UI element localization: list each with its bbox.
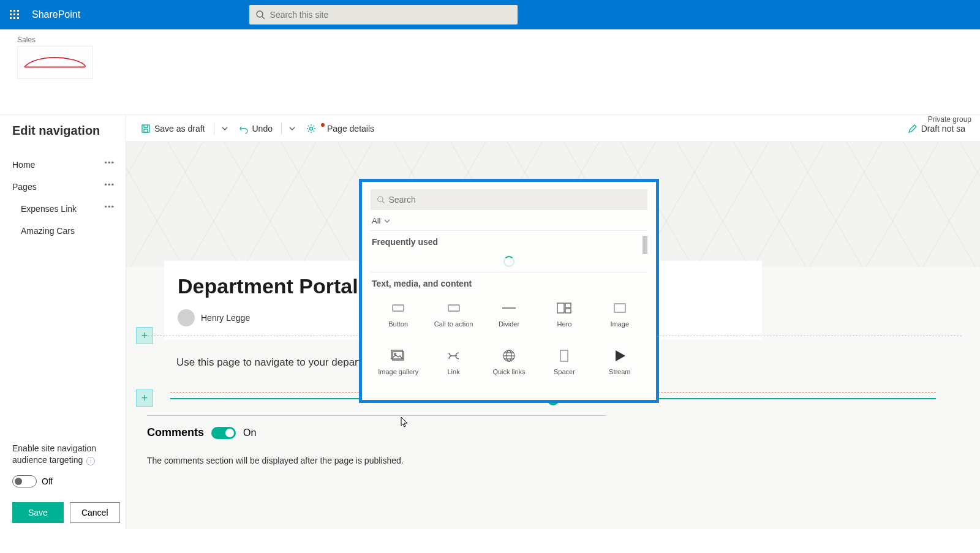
divider-icon (501, 303, 517, 313)
picker-item-divider[interactable]: Divider (481, 298, 537, 346)
edit-nav-heading: Edit navigation (12, 124, 126, 138)
nav-item-home[interactable]: Home••• (12, 154, 126, 176)
cta-icon (448, 303, 460, 313)
nav-item-pages[interactable]: Pages••• (12, 176, 126, 198)
more-icon[interactable]: ••• (104, 180, 115, 189)
chevron-down-icon (222, 126, 228, 132)
picker-item-quick-links[interactable]: Quick links (481, 346, 537, 394)
webpart-picker: All Frequently used Text, media, and con… (359, 179, 659, 403)
svg-rect-7 (13, 17, 15, 19)
spacer-icon (560, 350, 568, 362)
svg-line-10 (262, 17, 265, 19)
svg-rect-8 (17, 17, 19, 19)
chevron-down-icon (289, 126, 295, 132)
info-icon[interactable]: i (86, 457, 95, 465)
gallery-icon (391, 350, 405, 362)
svg-rect-22 (614, 304, 625, 312)
undo-dropdown[interactable] (285, 121, 299, 137)
car-logo-icon (21, 53, 89, 72)
page-canvas: Department Portals Henry Legge + Use thi… (126, 142, 980, 529)
avatar (178, 309, 195, 326)
svg-rect-12 (144, 129, 148, 132)
product-name: SharePoint (32, 9, 80, 20)
more-icon[interactable]: ••• (104, 202, 115, 211)
svg-rect-20 (565, 303, 571, 307)
picker-filter[interactable]: All (371, 210, 647, 230)
divider (214, 122, 214, 135)
svg-rect-19 (557, 303, 564, 313)
picker-item-call-to-action[interactable]: Call to action (426, 298, 481, 346)
svg-rect-3 (10, 13, 12, 15)
svg-rect-17 (448, 305, 459, 311)
suite-search[interactable] (249, 5, 518, 24)
comments-heading: Comments (147, 426, 204, 439)
cancel-button[interactable]: Cancel (70, 502, 120, 523)
picker-item-stream[interactable]: Stream (592, 346, 647, 394)
undo-button[interactable]: Undo (234, 121, 277, 136)
picker-item-link[interactable]: Link (426, 346, 481, 394)
site-header: Sales Private group (0, 29, 980, 79)
picker-search-input[interactable] (388, 195, 641, 205)
button-icon (392, 303, 404, 313)
picker-item-image-gallery[interactable]: Image gallery (371, 346, 426, 394)
svg-rect-1 (13, 10, 15, 12)
site-logo[interactable] (17, 46, 93, 79)
draft-status[interactable]: Draft not sa (903, 121, 970, 136)
more-icon[interactable]: ••• (104, 158, 115, 167)
page-author: Henry Legge (178, 309, 370, 326)
save-icon (141, 124, 151, 134)
save-as-draft-button[interactable]: Save as draft (136, 121, 210, 136)
svg-point-25 (394, 353, 396, 355)
nav-item-expenses-link[interactable]: Expenses Link••• (12, 198, 126, 220)
svg-point-9 (257, 11, 263, 17)
image-icon (614, 303, 626, 313)
link-icon (447, 352, 461, 360)
gear-icon (306, 124, 316, 134)
suite-nav: SharePoint (0, 0, 980, 29)
svg-rect-11 (142, 125, 149, 132)
svg-rect-2 (17, 10, 19, 12)
svg-rect-0 (10, 10, 12, 12)
hero-icon (557, 303, 571, 314)
stream-icon (613, 349, 627, 363)
svg-point-13 (309, 127, 312, 130)
spinner-icon (503, 256, 514, 267)
toggle-pill-off (12, 475, 37, 487)
picker-item-image[interactable]: Image (592, 298, 647, 346)
divider (281, 122, 282, 135)
nav-item-amazing-cars[interactable]: Amazing Cars (12, 220, 126, 242)
svg-rect-5 (17, 13, 19, 15)
picker-item-spacer[interactable]: Spacer (537, 346, 592, 394)
site-label: Sales (17, 36, 963, 44)
comments-note: The comments section will be displayed a… (147, 456, 404, 465)
svg-rect-4 (13, 13, 15, 15)
pencil-icon (908, 124, 918, 134)
audience-targeting-label: Enable site navigation audience targetin… (12, 443, 126, 467)
edit-navigation-panel: Edit navigation Home••• Pages••• Expense… (0, 115, 126, 529)
picker-item-button[interactable]: Button (371, 298, 426, 346)
picker-section-frequent: Frequently used (371, 230, 647, 250)
add-section-button[interactable]: + (136, 389, 153, 407)
save-button[interactable]: Save (12, 502, 64, 523)
cursor-icon (401, 416, 409, 427)
audience-toggle[interactable]: Off (12, 475, 126, 487)
page-details-button[interactable]: Page details (301, 121, 379, 136)
chevron-down-icon (384, 218, 390, 224)
picker-item-hero[interactable]: Hero (537, 298, 592, 346)
picker-search[interactable] (371, 189, 647, 210)
app-launcher-button[interactable] (0, 0, 29, 29)
search-icon (255, 10, 265, 20)
scrollbar[interactable] (643, 236, 647, 254)
comments-toggle[interactable] (211, 427, 236, 439)
page-editor: Save as draft Undo Page details Draft no… (126, 115, 980, 529)
suite-search-input[interactable] (270, 10, 511, 20)
save-dropdown[interactable] (218, 121, 232, 137)
picker-frequent-loading (371, 250, 647, 273)
svg-point-14 (378, 197, 383, 201)
page-title[interactable]: Department Portals (178, 274, 370, 298)
svg-rect-31 (560, 350, 568, 361)
svg-rect-16 (393, 305, 404, 311)
command-bar: Save as draft Undo Page details Draft no… (126, 115, 980, 142)
notification-dot-icon (321, 123, 325, 127)
undo-icon (239, 124, 249, 134)
